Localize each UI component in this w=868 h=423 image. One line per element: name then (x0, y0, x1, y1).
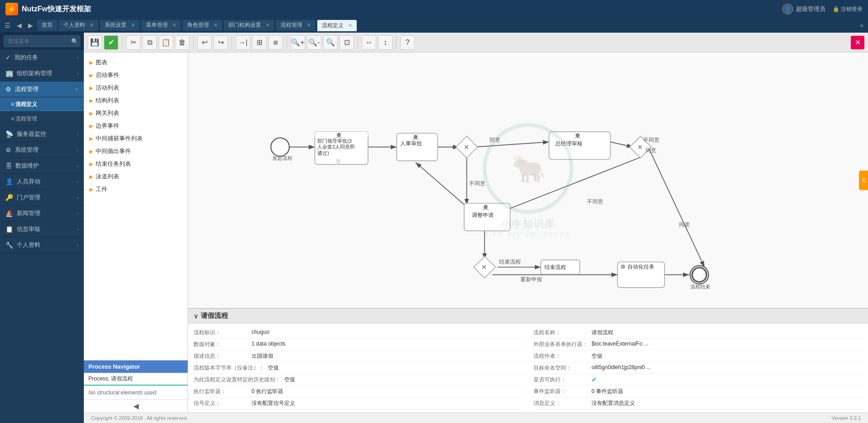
fullscreen-btn[interactable]: ⊡ (339, 35, 354, 50)
tab-menu-close[interactable]: ✕ (172, 22, 176, 28)
info-row-message: 消息定义： 没有配置消息定义 (532, 398, 864, 409)
sidebar-item-data[interactable]: 🗄 数据维护 › (0, 158, 84, 174)
audit-icon: 📋 (5, 226, 13, 233)
flip-h-btn[interactable]: ↔ (362, 35, 376, 50)
tab-forward-btn[interactable]: ▶ (25, 21, 36, 30)
sidebar-item-process-mgmt[interactable]: ⚙ 流程管理 ∨ (0, 82, 84, 97)
tree-item-end-task[interactable]: ▶ 结束任务列表 (84, 158, 188, 170)
sidebar-item-my-tasks[interactable]: ✓ 我的任务 › (0, 50, 84, 66)
tab-sysconfig[interactable]: 系统设置 ✕ (100, 19, 140, 31)
svg-text:不同意: 不同意 (587, 198, 603, 205)
tab-dept[interactable]: 部门机构设置 ✕ (223, 19, 275, 31)
sidebar-item-org[interactable]: 🏢 组织架构管理 › (0, 66, 84, 82)
tree-arrow-artifact: ▶ (89, 187, 93, 192)
copy-btn[interactable]: ⧉ (142, 35, 157, 50)
tree-item-chart[interactable]: ▶ 图表 (84, 56, 188, 69)
info-panel-title: 请假流程 (201, 312, 228, 320)
tree-item-artifact[interactable]: ▶ 工件 (84, 183, 188, 196)
redo-btn[interactable]: ↪ (213, 35, 228, 50)
app-title: NutzFw快速开发框架 (22, 5, 91, 14)
sidebar-toggle-btn[interactable]: ☰ (2, 21, 13, 30)
copyright-text: Copyright © 2009-2018 . All rights reser… (91, 415, 188, 421)
svg-text:流程结束: 流程结束 (690, 284, 710, 289)
separator5 (358, 36, 358, 49)
right-side-badge[interactable]: az (859, 171, 868, 190)
delete-btn[interactable]: 🗑 (175, 35, 189, 50)
sidebar-item-personal[interactable]: 🔧 个人资料 › (0, 237, 84, 253)
tree-arrow-start: ▶ (89, 72, 93, 78)
tab-profile[interactable]: 个人资料 ✕ (58, 19, 99, 31)
paste-btn[interactable]: 📋 (159, 35, 173, 50)
process-canvas[interactable]: 🐂 小牛知识库 XIAO NIU ZHI ZHI KU (188, 53, 868, 308)
tree-item-gateway[interactable]: ▶ 网关列表 (84, 107, 188, 120)
zoom-out-btn[interactable]: 🔍- (307, 35, 321, 50)
sidebar-item-process-def[interactable]: ≡ 流程定义 (0, 97, 84, 112)
left-panel-bottom: ◀ (84, 399, 188, 412)
version-text: Version 3.2.1 (832, 415, 861, 421)
info-col-right: 流程名称： 请假流程 外部业务表单执行器： $ioc:leaveExternal… (528, 327, 868, 409)
info-row-version: 流程版本字节串（仅备注）： 空值 (192, 362, 524, 374)
close-btn[interactable]: ✕ (851, 36, 864, 49)
tab-home[interactable]: 首页 (37, 19, 58, 31)
main-layout: 🔍 ✓ 我的任务 › 🏢 组织架构管理 › ⚙ 流程管理 ∨ ≡ 流程定义 (0, 33, 868, 423)
svg-line-8 (611, 142, 633, 147)
info-row-ext-executor: 外部业务表单执行器： $ioc:leaveExternalFo ... (532, 339, 864, 351)
tab-role[interactable]: 角色管理 ✕ (182, 19, 223, 31)
sidebar-item-portal[interactable]: 🔑 门户管理 › (0, 190, 84, 206)
tree-item-activity[interactable]: ▶ 活动列表 (84, 82, 188, 94)
tab-menu[interactable]: 菜单管理 ✕ (141, 19, 181, 31)
tab-sysconfig-close[interactable]: ✕ (131, 22, 135, 28)
sidebar-item-process-list[interactable]: ≡ 流程管理 (0, 112, 84, 126)
arrange-btn[interactable]: ⊞ (252, 35, 267, 50)
cut-btn[interactable]: ✂ (126, 35, 141, 50)
svg-line-17 (648, 147, 704, 267)
tree-list: ▶ 图表 ▶ 启动事件 ▶ 活动列表 ▶ 结构列表 (84, 53, 188, 360)
tab-more-btn[interactable]: » (857, 21, 866, 30)
logout-link[interactable]: 🔒 注销登录 (833, 5, 863, 13)
save-btn[interactable]: 💾 (87, 35, 102, 50)
info-toggle-btn[interactable]: ∨ (194, 312, 198, 320)
tab-process-mgmt[interactable]: 流程管理 ✕ (276, 19, 316, 31)
collapse-panel-btn[interactable]: ◀ (133, 402, 139, 410)
svg-text:人会签2人同意即: 人会签2人同意即 (317, 144, 355, 149)
search-btn[interactable]: 🔍 (71, 38, 78, 45)
confirm-btn[interactable]: ✔ (104, 35, 118, 50)
separator6 (396, 36, 397, 49)
sidebar-item-audit[interactable]: 📋 信息审核 › (0, 221, 84, 237)
tab-process-def-close[interactable]: ✕ (348, 23, 352, 29)
svg-line-9 (497, 157, 640, 213)
user-label: 超级管理员 (796, 5, 825, 13)
sidebar-item-personnel[interactable]: 👤 人员异动 › (0, 174, 84, 190)
tree-item-structure[interactable]: ▶ 结构列表 (84, 94, 188, 107)
search-input[interactable] (4, 35, 80, 47)
zoom-fit-btn[interactable]: 🔍 (323, 35, 338, 50)
sidebar-item-sys-mgmt[interactable]: ⚙ 系统管理 › (0, 142, 84, 158)
tab-role-close[interactable]: ✕ (213, 22, 218, 28)
tree-item-catch-event[interactable]: ▶ 中间捕获事件列表 (84, 132, 188, 145)
separator4 (286, 36, 287, 49)
align-btn[interactable]: →| (236, 35, 250, 50)
arrange2-btn[interactable]: ⊠ (268, 35, 283, 50)
tree-item-swimlane[interactable]: ▶ 泳道列表 (84, 170, 188, 183)
tab-process-def[interactable]: 流程定义 ✕ (317, 19, 357, 31)
tab-profile-close[interactable]: ✕ (90, 22, 94, 28)
tab-process-mgmt-close[interactable]: ✕ (307, 22, 311, 28)
process-navigator-title: Process Navigator (88, 363, 140, 370)
tree-item-boundary[interactable]: ▶ 边界事件 (84, 120, 188, 132)
undo-btn[interactable]: ↩ (197, 35, 212, 50)
sidebar-item-news[interactable]: ⛵ 新闻管理 › (0, 206, 84, 221)
info-col-left: 流程标识： chuguo 数据对象： 1 data objects 描述信息： … (188, 327, 528, 409)
svg-text:⚙ 自动化任务: ⚙ 自动化任务 (621, 264, 654, 270)
top-right-area: 👤 超级管理员 🔒 注销登录 (782, 4, 863, 14)
svg-point-20 (271, 138, 290, 156)
tab-back-btn[interactable]: ◀ (14, 21, 24, 30)
svg-text:|||: ||| (336, 158, 340, 163)
tab-dept-close[interactable]: ✕ (266, 22, 270, 28)
zoom-in-btn[interactable]: 🔍+ (291, 35, 305, 50)
tree-item-start-event[interactable]: ▶ 启动事件 (84, 69, 188, 82)
tree-item-throw-event[interactable]: ▶ 中间抛出事件 (84, 145, 188, 158)
flip-v-btn[interactable]: ↕ (378, 35, 393, 50)
sidebar-item-server-monitor[interactable]: 📡 服务器监控 › (0, 126, 84, 142)
news-icon: ⛵ (5, 210, 13, 217)
help-btn[interactable]: ? (400, 35, 415, 50)
